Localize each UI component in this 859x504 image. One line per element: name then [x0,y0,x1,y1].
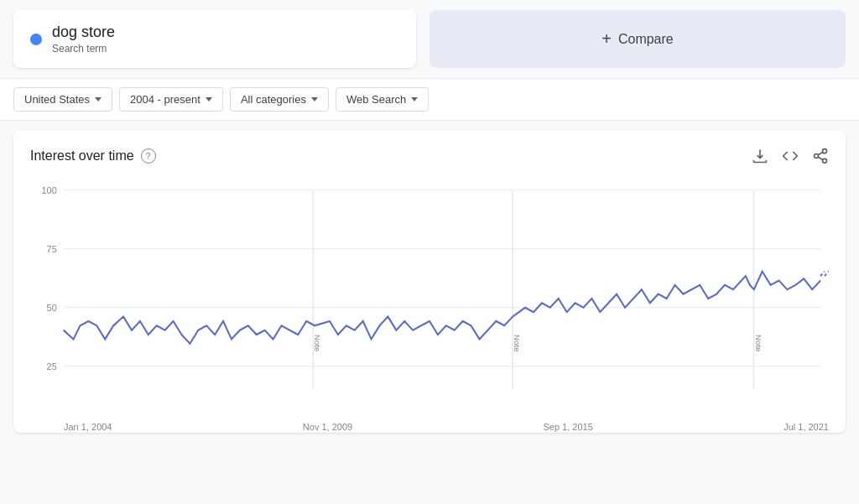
x-axis-labels: Jan 1, 2004 Nov 1, 2009 Sep 1, 2015 Jul … [30,418,829,432]
svg-point-1 [815,154,819,158]
svg-text:75: 75 [47,244,57,254]
time-range-chevron-icon [206,97,212,101]
x-label-2009: Nov 1, 2009 [303,422,352,432]
search-term-card: dog store Search term [13,10,416,68]
category-label: All categories [241,93,306,106]
compare-plus: + [601,29,612,49]
svg-line-4 [818,152,823,154]
region-chevron-icon [95,97,102,101]
svg-text:Note: Note [513,335,521,351]
svg-line-20 [825,272,829,276]
download-icon[interactable] [752,148,768,164]
category-filter[interactable]: All categories [230,87,329,112]
filters-bar: United States 2004 - present All categor… [0,78,859,121]
compare-label: Compare [618,32,674,47]
help-icon[interactable]: ? [141,148,156,164]
svg-text:100: 100 [42,185,57,195]
search-type-chevron-icon [411,97,418,101]
chart-actions [752,148,829,164]
search-term-text: dog store Search term [52,23,115,55]
chart-header: Interest over time ? [30,148,829,164]
x-label-2021: Jul 1, 2021 [784,422,829,432]
embed-icon[interactable] [782,148,799,164]
category-chevron-icon [311,97,318,101]
svg-point-2 [823,158,827,163]
x-label-2004: Jan 1, 2004 [64,422,112,432]
svg-text:Note: Note [313,335,321,351]
region-filter[interactable]: United States [13,87,112,112]
svg-text:50: 50 [47,303,57,313]
compare-card[interactable]: + Compare [430,10,846,68]
svg-text:Note: Note [754,335,763,351]
svg-text:25: 25 [47,361,57,372]
region-label: United States [24,93,90,106]
search-term-label: Search term [52,43,115,55]
x-label-2015: Sep 1, 2015 [543,422,592,432]
svg-point-0 [823,149,827,153]
search-type-label: Web Search [346,93,406,106]
chart-container: 100 75 50 25 Note Note Note Jan 1, 2004 … [30,181,829,416]
time-range-filter[interactable]: 2004 - present [119,87,223,112]
search-type-filter[interactable]: Web Search [336,87,429,112]
svg-line-19 [820,272,825,276]
top-section: dog store Search term + Compare [0,0,859,78]
chart-title: Interest over time [30,148,134,164]
svg-line-3 [818,157,823,159]
chart-title-area: Interest over time ? [30,148,156,164]
share-icon[interactable] [812,148,829,164]
term-dot [30,34,42,45]
chart-svg: 100 75 50 25 Note Note Note [30,181,829,416]
search-term-name: dog store [52,23,115,41]
time-range-label: 2004 - present [130,93,200,106]
main-content: Interest over time ? [13,131,846,433]
